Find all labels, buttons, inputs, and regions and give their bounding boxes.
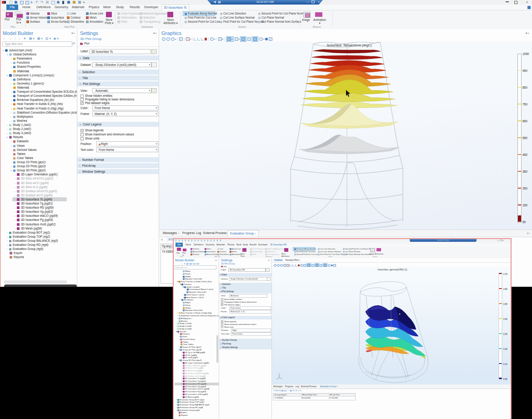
svg-text:0.05: 0.05	[503, 378, 507, 380]
svg-text:0.45: 0.45	[503, 318, 507, 320]
svg-text:0.13: 0.13	[503, 363, 507, 365]
svg-text:0.35: 0.35	[503, 333, 507, 335]
svg-text:Isosurface: gamma(1/RD) (1): Isosurface: gamma(1/RD) (1)	[378, 268, 407, 271]
svg-text:0.65: 0.65	[503, 288, 507, 290]
svg-text:0.55: 0.55	[503, 303, 507, 305]
svg-text:0.75: 0.75	[503, 273, 507, 275]
svg-text:0.25: 0.25	[503, 348, 507, 350]
